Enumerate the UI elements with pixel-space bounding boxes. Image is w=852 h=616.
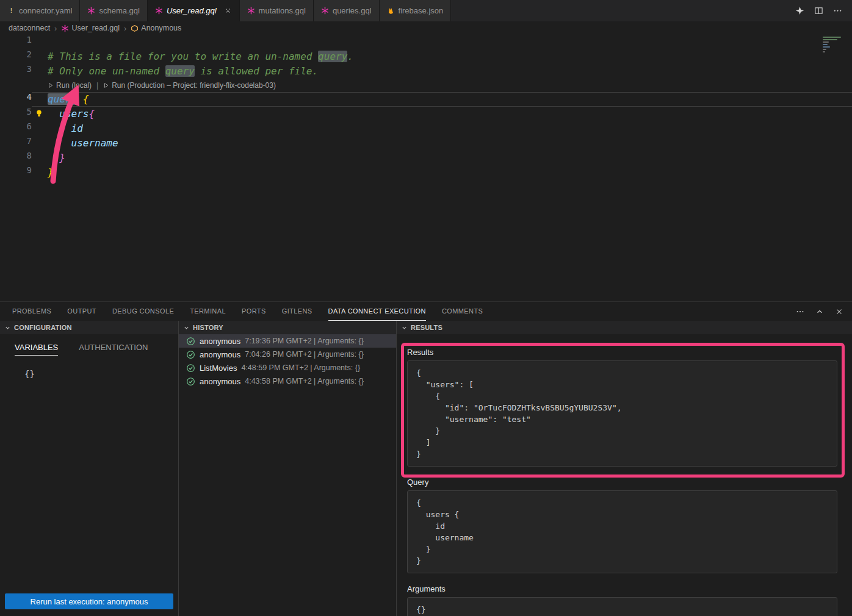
code-line-7: 7 username	[0, 136, 852, 151]
codelens-run-local[interactable]: Run (local)	[48, 79, 92, 92]
editor-tab-mutations-gql[interactable]: mutations.gql	[240, 0, 314, 21]
panel-tab-gitlens[interactable]: GITLENS	[282, 302, 312, 321]
chevron-down-icon	[401, 324, 408, 331]
editor-tab-user-read-gql[interactable]: User_read.gql	[148, 0, 240, 21]
code-token: {	[83, 93, 89, 105]
chevron-down-icon	[4, 324, 11, 331]
history-item-anonymous[interactable]: anonymous7:19:36 PM GMT+2 | Arguments: {…	[179, 334, 396, 348]
codelens-separator: |	[93, 79, 102, 92]
code-token: # Only one un-named	[48, 65, 165, 77]
results-header[interactable]: RESULTS	[397, 321, 852, 334]
line-content[interactable]: id	[32, 121, 852, 136]
history-item-listmovies[interactable]: ListMovies4:48:59 PM GMT+2 | Arguments: …	[179, 361, 396, 374]
history-name: ListMovies	[200, 364, 237, 373]
code-token: query	[165, 65, 195, 77]
panel-more-icon[interactable]	[796, 307, 804, 316]
line-content[interactable]: username	[32, 136, 852, 151]
code-line-2: 2# This is a file for you to write an un…	[0, 49, 852, 64]
line-number: 6	[0, 121, 32, 136]
results-pane: RESULTS Results{ "users": [ { "id": "OrT…	[397, 321, 852, 616]
code-line-1: 1	[0, 35, 852, 49]
breadcrumb-item-anonymous[interactable]: Anonymous	[131, 24, 181, 32]
play-icon	[48, 82, 54, 88]
code-line-4: 4query {	[0, 92, 852, 107]
editor-tab-schema-gql[interactable]: schema.gql	[80, 0, 147, 21]
history-meta: 7:19:36 PM GMT+2 | Arguments: {}	[245, 337, 364, 345]
line-content[interactable]: }	[32, 165, 852, 180]
line-number: 8	[0, 151, 32, 165]
code-token	[48, 152, 59, 163]
split-editor-icon[interactable]	[814, 6, 823, 15]
code-token	[48, 137, 71, 149]
panel-tab-terminal[interactable]: TERMINAL	[190, 302, 226, 321]
code-token: id	[71, 123, 83, 134]
code-token: is allowed per file.	[195, 65, 318, 77]
chevron-right-icon: ›	[54, 24, 57, 33]
editor-tab-connector-yaml[interactable]: !connector.yaml	[0, 0, 80, 21]
graphql-icon	[87, 7, 95, 15]
minimap-line	[823, 46, 830, 48]
line-content[interactable]: # Only one un-named query is allowed per…	[32, 64, 852, 79]
code-token: # This is a file for you to write an un-…	[48, 51, 318, 62]
lightbulb-icon[interactable]	[35, 109, 43, 118]
minimap-line	[823, 44, 828, 45]
line-number: 1	[0, 35, 32, 49]
breadcrumb-label: Anonymous	[141, 24, 181, 32]
panel-close-icon[interactable]	[835, 307, 843, 316]
history-meta: 4:43:58 PM GMT+2 | Arguments: {}	[245, 377, 364, 385]
line-number: 9	[0, 165, 32, 180]
minimap-line	[823, 37, 841, 38]
history-item-anonymous[interactable]: anonymous7:04:26 PM GMT+2 | Arguments: {…	[179, 348, 396, 361]
configuration-tabs: VARIABLES AUTHENTICATION	[0, 340, 178, 356]
panel-tab-ports[interactable]: PORTS	[242, 302, 266, 321]
panel-tab-problems[interactable]: PROBLEMS	[12, 302, 51, 321]
panel-tab-debug-console[interactable]: DEBUG CONSOLE	[112, 302, 174, 321]
history-meta: 7:04:26 PM GMT+2 | Arguments: {}	[245, 350, 364, 359]
history-item-anonymous[interactable]: anonymous4:43:58 PM GMT+2 | Arguments: {…	[179, 374, 396, 388]
code-token	[77, 93, 83, 105]
result-box-arguments[interactable]: {}	[407, 597, 837, 616]
line-content[interactable]: # This is a file for you to write an un-…	[32, 49, 852, 64]
tab-label: queries.gql	[333, 6, 372, 15]
line-content[interactable]: }	[32, 151, 852, 165]
close-icon[interactable]	[224, 7, 232, 15]
panel-tab-data-connect-execution[interactable]: DATA CONNECT EXECUTION	[328, 302, 426, 321]
rerun-last-execution-button[interactable]: Rerun last execution: anonymous	[5, 593, 173, 609]
result-box-results[interactable]: { "users": [ { "id": "OrTucFODZHTksvBSBU…	[407, 360, 837, 467]
line-content[interactable]: users{	[32, 107, 852, 121]
results-content: Results{ "users": [ { "id": "OrTucFODZHT…	[397, 334, 852, 616]
result-section-query: Query{ users { id username } }	[407, 478, 837, 573]
copilot-sparkle-icon[interactable]	[795, 6, 804, 15]
line-content[interactable]: query {	[32, 92, 852, 107]
code-line-9: 9}	[0, 165, 852, 180]
panel-tab-output[interactable]: OUTPUT	[67, 302, 96, 321]
breadcrumb-item-dataconnect[interactable]: dataconnect	[9, 24, 50, 32]
breadcrumb-label: User_read.gql	[71, 24, 120, 32]
code-token: query	[318, 51, 347, 62]
result-box-query[interactable]: { users { id username } }	[407, 490, 837, 573]
panel-tab-comments[interactable]: COMMENTS	[442, 302, 483, 321]
tab-authentication[interactable]: AUTHENTICATION	[79, 340, 148, 356]
configuration-header[interactable]: CONFIGURATION	[0, 321, 178, 334]
code-token	[48, 108, 59, 120]
editor-tab-queries-gql[interactable]: queries.gql	[314, 0, 380, 21]
codelens-run-production[interactable]: Run (Production – Project: friendly-flix…	[103, 79, 276, 92]
tab-label: firebase.json	[399, 6, 444, 15]
line-content[interactable]	[32, 35, 852, 49]
code-editor: 12# This is a file for you to write an u…	[0, 35, 852, 301]
history-list: anonymous7:19:36 PM GMT+2 | Arguments: {…	[179, 334, 396, 616]
line-number: 3	[0, 64, 32, 79]
line-number: 2	[0, 49, 32, 64]
minimap-line	[823, 51, 825, 52]
minimap[interactable]	[823, 37, 843, 52]
tab-variables[interactable]: VARIABLES	[15, 340, 58, 356]
variables-value[interactable]: {}	[0, 356, 178, 379]
history-header[interactable]: HISTORY	[179, 321, 396, 334]
symbol-class-icon	[131, 24, 139, 32]
result-section-results: Results{ "users": [ { "id": "OrTucFODZHT…	[407, 348, 837, 467]
editor-tab-firebase-json[interactable]: firebase.json	[380, 0, 452, 21]
code-token: }	[59, 152, 65, 163]
breadcrumb-item-user-read-gql[interactable]: User_read.gql	[61, 24, 120, 32]
more-actions-icon[interactable]	[833, 6, 842, 15]
panel-maximize-icon[interactable]	[815, 307, 824, 316]
